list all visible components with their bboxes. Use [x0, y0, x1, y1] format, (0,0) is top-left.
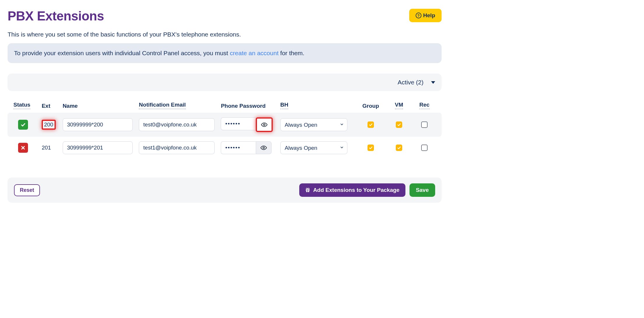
create-account-link[interactable]: create an account: [230, 50, 279, 56]
eye-icon: [261, 121, 267, 128]
col-password: Phone Password: [221, 103, 265, 109]
info-banner-prefix: To provide your extension users with ind…: [14, 50, 230, 56]
vm-checkbox[interactable]: [396, 145, 402, 151]
reset-button[interactable]: Reset: [14, 184, 40, 196]
bh-select[interactable]: Always Open: [280, 141, 347, 154]
name-input[interactable]: [63, 118, 133, 131]
password-input[interactable]: [221, 117, 256, 130]
page-subtitle: This is where you set some of the basic …: [8, 31, 442, 38]
svg-point-9: [308, 188, 309, 190]
info-banner-suffix: for them.: [279, 50, 304, 56]
svg-point-8: [306, 188, 307, 190]
col-name: Name: [63, 103, 78, 109]
svg-rect-6: [306, 191, 307, 192]
ext-value[interactable]: 201: [42, 145, 51, 151]
table-header: Status Ext Name Notification Email Phone…: [8, 102, 442, 113]
col-group: Group: [363, 103, 379, 109]
extensions-table: Status Ext Name Notification Email Phone…: [8, 102, 442, 159]
svg-point-3: [263, 147, 265, 149]
vm-checkbox[interactable]: [396, 121, 402, 128]
footer-bar: Reset Add Extensions to Your Package Sav…: [8, 178, 442, 203]
group-checkbox[interactable]: [368, 145, 374, 151]
col-ext: Ext: [42, 103, 50, 109]
svg-rect-4: [306, 190, 307, 191]
email-input[interactable]: [139, 141, 215, 154]
status-error-icon: [18, 143, 28, 153]
save-button[interactable]: Save: [410, 183, 435, 197]
toggle-password-button[interactable]: [256, 141, 272, 154]
col-email: Notification Email: [139, 102, 186, 109]
svg-point-0: [264, 124, 265, 126]
page-title: PBX Extensions: [8, 9, 104, 23]
rec-checkbox[interactable]: [421, 121, 428, 128]
status-ok-icon: [18, 120, 28, 130]
filter-label: Active (2): [398, 79, 424, 86]
table-row: 201 Always Open: [8, 137, 442, 159]
col-bh: BH: [280, 102, 288, 109]
help-label: Help: [423, 12, 435, 19]
col-status: Status: [13, 102, 30, 109]
help-icon: ?: [416, 13, 421, 18]
email-input[interactable]: [139, 118, 215, 131]
rec-checkbox[interactable]: [421, 145, 428, 151]
ext-value[interactable]: 200: [42, 120, 56, 130]
eye-icon: [260, 145, 267, 151]
bh-select[interactable]: Always Open: [280, 118, 347, 131]
svg-rect-7: [308, 191, 309, 192]
col-rec: Rec: [419, 102, 430, 109]
name-input[interactable]: [63, 141, 133, 154]
svg-rect-5: [308, 190, 309, 191]
gift-icon: [305, 187, 310, 193]
group-checkbox[interactable]: [368, 121, 374, 128]
add-extensions-button[interactable]: Add Extensions to Your Package: [299, 183, 405, 197]
toggle-password-button[interactable]: [256, 117, 273, 132]
add-extensions-label: Add Extensions to Your Package: [313, 187, 400, 193]
password-input[interactable]: [221, 141, 256, 154]
filter-bar: Active (2): [8, 74, 442, 91]
caret-down-icon: [431, 81, 435, 84]
table-row: 200 Always Open: [8, 113, 442, 137]
info-banner: To provide your extension users with ind…: [8, 43, 442, 63]
help-button[interactable]: ? Help: [409, 9, 442, 22]
filter-dropdown[interactable]: Active (2): [398, 79, 435, 86]
col-vm: VM: [395, 102, 403, 109]
